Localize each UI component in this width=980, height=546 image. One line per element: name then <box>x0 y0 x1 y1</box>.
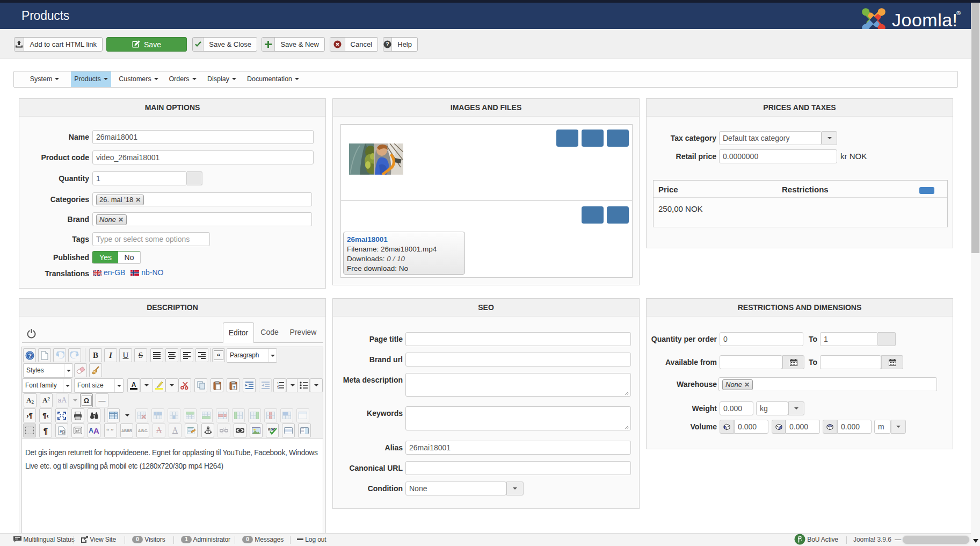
svg-text:?: ? <box>386 41 389 47</box>
svg-text:3: 3 <box>277 387 279 389</box>
svg-text:®: ® <box>956 10 961 16</box>
svg-text:A: A <box>132 381 136 389</box>
svg-text:“: “ <box>106 428 110 433</box>
svg-text:T: T <box>233 385 235 390</box>
svg-text:Joomla!: Joomla! <box>892 10 958 30</box>
svg-text:”: ” <box>111 428 114 433</box>
svg-text:?: ? <box>28 352 32 358</box>
